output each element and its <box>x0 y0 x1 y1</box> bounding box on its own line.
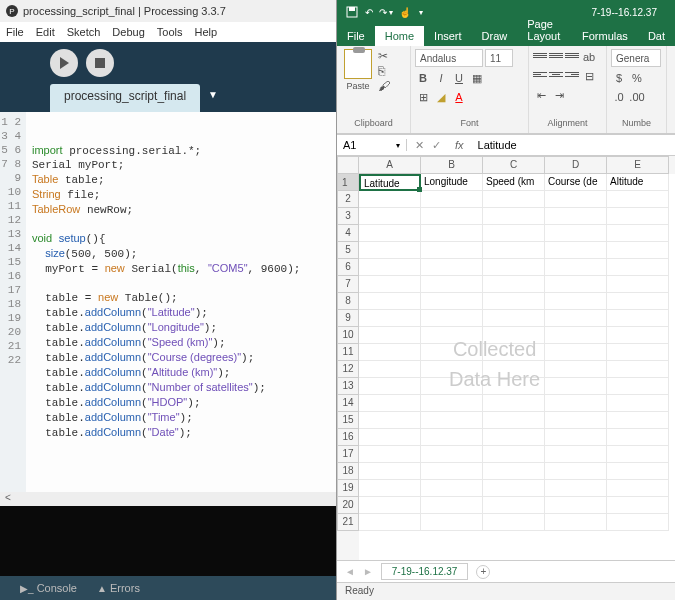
row-header-5[interactable]: 5 <box>337 242 359 259</box>
cell-B19[interactable] <box>421 480 483 497</box>
formula-input[interactable]: Latitude <box>470 139 525 151</box>
cell-E9[interactable] <box>607 310 669 327</box>
cell-E20[interactable] <box>607 497 669 514</box>
cell-D11[interactable] <box>545 344 607 361</box>
cell-C12[interactable] <box>483 361 545 378</box>
cell-E11[interactable] <box>607 344 669 361</box>
undo-icon[interactable]: ↶ <box>365 7 373 18</box>
cell-B5[interactable] <box>421 242 483 259</box>
cell-C14[interactable] <box>483 395 545 412</box>
row-header-9[interactable]: 9 <box>337 310 359 327</box>
align-middle-icon[interactable] <box>549 49 563 61</box>
currency-icon[interactable]: $ <box>611 70 627 86</box>
col-header-A[interactable]: A <box>359 156 421 174</box>
underline-button[interactable]: U <box>451 70 467 86</box>
row-header-10[interactable]: 10 <box>337 327 359 344</box>
borders-icon[interactable]: ⊞ <box>415 89 431 105</box>
cell-C20[interactable] <box>483 497 545 514</box>
cell-D16[interactable] <box>545 429 607 446</box>
row-header-6[interactable]: 6 <box>337 259 359 276</box>
cell-D7[interactable] <box>545 276 607 293</box>
row-header-13[interactable]: 13 <box>337 378 359 395</box>
redo-icon[interactable]: ↷ <box>379 7 387 18</box>
cell-C19[interactable] <box>483 480 545 497</box>
sheet-nav-prev-icon[interactable]: ◄ <box>345 566 355 577</box>
cell-D8[interactable] <box>545 293 607 310</box>
cell-E3[interactable] <box>607 208 669 225</box>
cell-A9[interactable] <box>359 310 421 327</box>
cell-A20[interactable] <box>359 497 421 514</box>
cell-B2[interactable] <box>421 191 483 208</box>
align-right-icon[interactable] <box>565 68 579 80</box>
row-header-11[interactable]: 11 <box>337 344 359 361</box>
cell-B6[interactable] <box>421 259 483 276</box>
merge-icon[interactable]: ⊟ <box>581 68 597 84</box>
cell-C1[interactable]: Speed (km <box>483 174 545 191</box>
cells-area[interactable]: Collected Data Here LatitudeLongitudeSpe… <box>359 174 675 560</box>
cell-E2[interactable] <box>607 191 669 208</box>
cell-C6[interactable] <box>483 259 545 276</box>
cell-C4[interactable] <box>483 225 545 242</box>
row-header-17[interactable]: 17 <box>337 446 359 463</box>
cell-D12[interactable] <box>545 361 607 378</box>
format-painter-icon[interactable]: 🖌 <box>378 79 390 93</box>
cell-B21[interactable] <box>421 514 483 531</box>
cell-E17[interactable] <box>607 446 669 463</box>
cut-icon[interactable]: ✂ <box>378 49 390 63</box>
fx-icon[interactable]: fx <box>449 139 470 151</box>
cell-B11[interactable] <box>421 344 483 361</box>
paste-button[interactable]: Paste <box>341 49 375 91</box>
row-header-8[interactable]: 8 <box>337 293 359 310</box>
cell-B14[interactable] <box>421 395 483 412</box>
cell-E7[interactable] <box>607 276 669 293</box>
cell-D3[interactable] <box>545 208 607 225</box>
percent-icon[interactable]: % <box>629 70 645 86</box>
cell-E1[interactable]: Altitude <box>607 174 669 191</box>
cell-A1[interactable]: Latitude <box>359 174 421 191</box>
run-button[interactable] <box>50 49 78 77</box>
cell-D15[interactable] <box>545 412 607 429</box>
cell-C18[interactable] <box>483 463 545 480</box>
cell-E8[interactable] <box>607 293 669 310</box>
align-left-icon[interactable] <box>533 68 547 80</box>
cell-A8[interactable] <box>359 293 421 310</box>
cell-A10[interactable] <box>359 327 421 344</box>
cell-C16[interactable] <box>483 429 545 446</box>
cell-D9[interactable] <box>545 310 607 327</box>
wrap-text-icon[interactable]: ab <box>581 49 597 65</box>
row-header-3[interactable]: 3 <box>337 208 359 225</box>
cell-B1[interactable]: Longitude <box>421 174 483 191</box>
code-editor[interactable]: 1 2 3 4 5 6 7 8 9 10 11 12 13 14 15 16 1… <box>0 112 336 492</box>
cell-D14[interactable] <box>545 395 607 412</box>
menu-sketch[interactable]: Sketch <box>67 26 101 38</box>
cell-B20[interactable] <box>421 497 483 514</box>
cell-C7[interactable] <box>483 276 545 293</box>
cell-E13[interactable] <box>607 378 669 395</box>
align-bottom-icon[interactable] <box>565 49 579 61</box>
cell-B4[interactable] <box>421 225 483 242</box>
cell-B18[interactable] <box>421 463 483 480</box>
cell-A6[interactable] <box>359 259 421 276</box>
cell-E19[interactable] <box>607 480 669 497</box>
sheet-tab[interactable]: 7-19--16.12.37 <box>381 563 469 580</box>
cell-E4[interactable] <box>607 225 669 242</box>
ribbon-tab-formulas[interactable]: Formulas <box>572 26 638 46</box>
cell-C2[interactable] <box>483 191 545 208</box>
ribbon-tab-home[interactable]: Home <box>375 26 424 46</box>
fill-color-button[interactable]: ◢ <box>433 89 449 105</box>
row-header-7[interactable]: 7 <box>337 276 359 293</box>
select-all-corner[interactable] <box>337 156 359 174</box>
cell-A5[interactable] <box>359 242 421 259</box>
cell-C13[interactable] <box>483 378 545 395</box>
cell-B8[interactable] <box>421 293 483 310</box>
cell-D13[interactable] <box>545 378 607 395</box>
cell-B15[interactable] <box>421 412 483 429</box>
qat-caret-icon[interactable]: ▾ <box>389 8 393 17</box>
ribbon-tab-pagelayout[interactable]: Page Layout <box>517 14 572 46</box>
menu-edit[interactable]: Edit <box>36 26 55 38</box>
save-icon[interactable] <box>345 5 359 19</box>
row-header-20[interactable]: 20 <box>337 497 359 514</box>
cell-A3[interactable] <box>359 208 421 225</box>
cell-C11[interactable] <box>483 344 545 361</box>
cell-B7[interactable] <box>421 276 483 293</box>
